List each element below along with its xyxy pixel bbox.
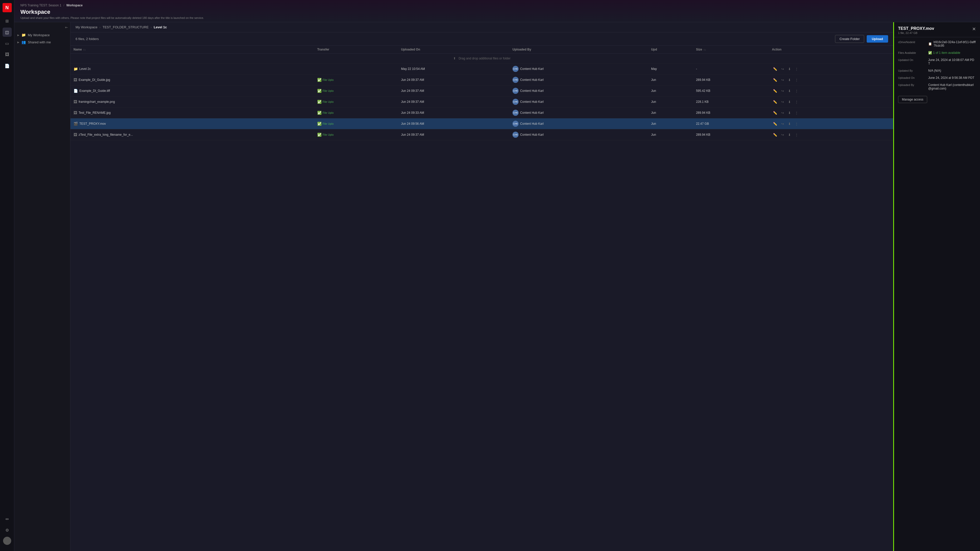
share-icon[interactable]: ↪ — [780, 110, 785, 115]
bc-level-1c: Level 1c — [154, 25, 167, 29]
sidebar-item-folder[interactable]: ◫ — [3, 27, 12, 37]
download-icon[interactable]: ⬇ — [787, 100, 792, 104]
col-updated[interactable]: Upd — [648, 46, 693, 54]
uploader-name: Content Hub Karl — [520, 100, 544, 103]
more-icon[interactable]: ⋮ — [794, 132, 799, 137]
breadcrumb-top: NPS Training TEST: Season 1 / Workspace — [21, 3, 974, 7]
download-icon[interactable]: ⬇ — [787, 89, 792, 94]
detail-value-text: June 24, 2024 at 9:56:38 AM PDT — [928, 76, 976, 79]
upload-button[interactable]: Upload — [867, 35, 888, 43]
image-icon: 🖼 — [73, 133, 77, 137]
file-name-text: framingchart_example.png — [79, 100, 115, 103]
download-icon[interactable]: ⬇ — [787, 121, 792, 126]
collapse-icon[interactable]: ⇤ — [65, 25, 68, 29]
status-badge: ✅File Uplo — [317, 78, 334, 82]
transfer-cell: ✅File Uplo — [314, 75, 398, 86]
drag-drop-icon: ⬆ — [453, 57, 456, 60]
copy-icon[interactable]: 📋 — [928, 42, 932, 46]
sidebar-item-doc[interactable]: 📄 — [3, 61, 12, 70]
action-cell: ✏️ ↪ ⬇ ⋮ — [769, 97, 893, 107]
table-row[interactable]: 🖼 Example_DI_Guide.jpg ✅File Uplo Jun 24… — [70, 75, 893, 86]
edit-icon[interactable]: ✏️ — [772, 100, 778, 104]
detail-label-5: Uploaded By — [898, 83, 926, 90]
edit-icon[interactable]: ✏️ — [772, 78, 778, 83]
manage-access-button[interactable]: Manage access — [898, 96, 927, 103]
col-uploaded-by[interactable]: Uploaded By — [509, 46, 648, 54]
sidebar-item-image[interactable]: 🖼 — [3, 50, 12, 59]
share-icon[interactable]: ↪ — [780, 132, 785, 137]
nav-label-shared: Shared with me — [28, 40, 51, 44]
action-cell: ✏️ ↪ ⬇ ⋮ — [769, 86, 893, 97]
download-icon[interactable]: ⬇ — [787, 132, 792, 137]
more-icon[interactable]: ⋮ — [794, 100, 799, 104]
edit-icon[interactable]: ✏️ — [772, 121, 778, 126]
uploaded-by-cell: CHK Content Hub Karl — [509, 75, 648, 86]
table-row[interactable]: 🖼 Test_File_RENAME.jpg ✅File Uplo Jun 24… — [70, 107, 893, 118]
breadcrumb-workspace[interactable]: Workspace — [66, 3, 83, 7]
sidebar-settings-icon[interactable]: ⚙ — [3, 526, 12, 535]
transfer-cell — [314, 64, 398, 75]
user-avatar[interactable] — [3, 537, 11, 545]
more-icon[interactable]: ⋮ — [794, 67, 799, 71]
more-icon[interactable]: ⋮ — [794, 110, 799, 115]
table-row[interactable]: 🎬 TEST_PROXY.mov ✅File Uplo Jun 24 09:56… — [70, 118, 893, 129]
bc-test-folder[interactable]: TEST_FOLDER_STRUCTURE — [103, 25, 149, 29]
transfer-cell: ✅File Uplo — [314, 97, 398, 107]
edit-icon[interactable]: ✏️ — [772, 89, 778, 94]
detail-subtitle: 1 file, 22.47 GB — [898, 32, 934, 35]
nav-item-shared[interactable]: ▶ 👥 Shared with me — [14, 38, 70, 46]
col-size[interactable]: Size ↕↓ — [693, 46, 769, 54]
bc-my-workspace[interactable]: My Workspace — [76, 25, 97, 29]
uploaded-on-cell: Jun 24 09:37 AM — [398, 75, 510, 86]
sidebar-item-grid[interactable]: ⊞ — [3, 16, 12, 25]
download-icon[interactable]: ⬇ — [787, 67, 792, 71]
uploaded-by-cell: CHK Content Hub Karl — [509, 129, 648, 140]
size-cell: 289.94 KB — [693, 129, 769, 140]
share-icon[interactable]: ↪ — [780, 121, 785, 126]
uploader-name: Content Hub Karl — [520, 111, 544, 114]
nav-collapse-btn[interactable]: ⇤ — [14, 25, 70, 32]
col-uploaded-on[interactable]: Uploaded On — [398, 46, 510, 54]
nav-item-my-workspace[interactable]: ▶ 📁 My Workspace — [14, 32, 70, 38]
video-icon: 🎬 — [73, 122, 78, 126]
workspace-area: ⇤ ▶ 📁 My Workspace ▶ 👥 Shared with me My… — [14, 22, 980, 551]
col-name[interactable]: Name ↕↓ — [70, 46, 314, 54]
edit-icon[interactable]: ✏️ — [772, 110, 778, 115]
create-folder-button[interactable]: Create Folder — [835, 35, 864, 43]
file-name-text: Test_File_RENAME.jpg — [79, 111, 110, 114]
more-icon[interactable]: ⋮ — [794, 78, 799, 83]
download-icon[interactable]: ⬇ — [787, 78, 792, 83]
share-icon[interactable]: ↪ — [780, 78, 785, 83]
uploader-name: Content Hub Karl — [520, 78, 544, 82]
uploader-name: Content Hub Karl — [520, 122, 544, 125]
file-browser: My Workspace › TEST_FOLDER_STRUCTURE › L… — [70, 22, 893, 551]
updated-cell: Jun — [648, 107, 693, 118]
edit-icon[interactable]: ✏️ — [772, 67, 778, 71]
file-name-cell: 🖼 Test_File_RENAME.jpg — [70, 107, 314, 118]
table-row[interactable]: 🖼 zTest_File_extra_long_filename_for_e..… — [70, 129, 893, 140]
breadcrumb-project[interactable]: NPS Training TEST: Season 1 — [21, 3, 62, 7]
detail-row: Files Available ✅ 1 of 1 item available — [898, 51, 976, 55]
uploader-avatar: CHK — [512, 121, 519, 127]
status-badge: ✅File Uplo — [317, 100, 334, 104]
share-icon[interactable]: ↪ — [780, 89, 785, 94]
download-icon[interactable]: ⬇ — [787, 110, 792, 115]
more-icon[interactable]: ⋮ — [794, 89, 799, 94]
sidebar-expand-icon[interactable]: ⇔ — [3, 514, 12, 524]
share-icon[interactable]: ↪ — [780, 100, 785, 104]
share-icon[interactable]: ↪ — [780, 67, 785, 71]
sidebar-item-monitor[interactable]: ▭ — [3, 39, 12, 48]
col-transfer[interactable]: Transfer — [314, 46, 398, 54]
more-icon[interactable]: ⋮ — [794, 121, 799, 126]
table-row[interactable]: 🖼 framingchart_example.png ✅File Uplo Ju… — [70, 97, 893, 107]
drag-drop-row[interactable]: ⬆ Drag and drop additional files or fold… — [70, 54, 893, 64]
uploader-avatar: CHK — [512, 77, 519, 83]
size-cell: 228.1 KB — [693, 97, 769, 107]
file-name-cell: 🖼 Example_DI_Guide.jpg — [70, 75, 314, 86]
detail-value-id[interactable]: 📋 b916c2a0-324a-11ef-bf11-0afff7fcdc95 — [928, 40, 976, 48]
table-row[interactable]: 📄 Example_DI_Guide.tiff ✅File Uplo Jun 2… — [70, 86, 893, 97]
detail-label-0: cDriveNodeId — [898, 40, 926, 48]
detail-close-button[interactable]: ✕ — [972, 26, 976, 32]
table-row[interactable]: 📁 Level 2c May 22 10:54 AM CHK Content H… — [70, 64, 893, 75]
edit-icon[interactable]: ✏️ — [772, 132, 778, 137]
